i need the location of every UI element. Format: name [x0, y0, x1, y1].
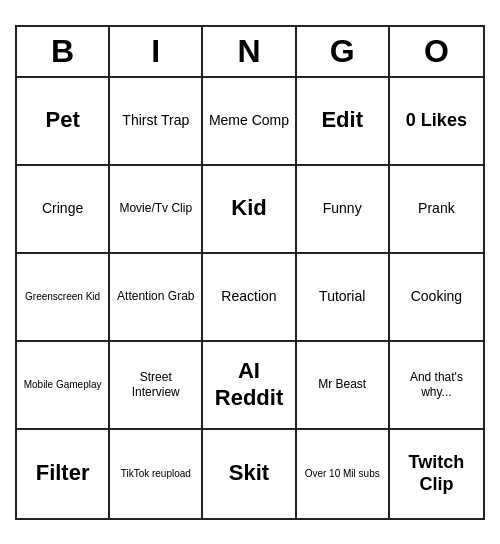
header-letter: G — [297, 27, 390, 76]
cell-text: Funny — [323, 200, 362, 217]
header-letter: O — [390, 27, 483, 76]
bingo-cell: Attention Grab — [110, 254, 203, 342]
bingo-cell: Mr Beast — [297, 342, 390, 430]
bingo-cell: Greenscreen Kid — [17, 254, 110, 342]
bingo-cell: Skit — [203, 430, 296, 518]
bingo-cell: Mobile Gameplay — [17, 342, 110, 430]
cell-text: Greenscreen Kid — [25, 291, 100, 303]
bingo-cell: Twitch Clip — [390, 430, 483, 518]
bingo-cell: Cringe — [17, 166, 110, 254]
bingo-card: BINGO PetThirst TrapMeme CompEdit0 Likes… — [15, 25, 485, 520]
cell-text: Tutorial — [319, 288, 365, 305]
cell-text: Over 10 Mil subs — [305, 468, 380, 480]
cell-text: AI Reddit — [207, 358, 290, 411]
cell-text: Skit — [229, 460, 269, 486]
bingo-header: BINGO — [17, 27, 483, 78]
cell-text: Prank — [418, 200, 455, 217]
header-letter: I — [110, 27, 203, 76]
bingo-grid: PetThirst TrapMeme CompEdit0 LikesCringe… — [17, 78, 483, 518]
bingo-cell: Filter — [17, 430, 110, 518]
cell-text: Reaction — [221, 288, 276, 305]
cell-text: Edit — [321, 107, 363, 133]
bingo-cell: Pet — [17, 78, 110, 166]
cell-text: Cooking — [411, 288, 462, 305]
bingo-cell: Over 10 Mil subs — [297, 430, 390, 518]
cell-text: And that's why... — [394, 370, 479, 399]
cell-text: Pet — [45, 107, 79, 133]
bingo-cell: Funny — [297, 166, 390, 254]
bingo-cell: Reaction — [203, 254, 296, 342]
bingo-cell: 0 Likes — [390, 78, 483, 166]
cell-text: Mobile Gameplay — [24, 379, 102, 391]
cell-text: Thirst Trap — [122, 112, 189, 129]
bingo-cell: Movie/Tv Clip — [110, 166, 203, 254]
bingo-cell: Meme Comp — [203, 78, 296, 166]
header-letter: B — [17, 27, 110, 76]
cell-text: Filter — [36, 460, 90, 486]
bingo-cell: Edit — [297, 78, 390, 166]
cell-text: Street Interview — [114, 370, 197, 399]
bingo-cell: Cooking — [390, 254, 483, 342]
bingo-cell: Tutorial — [297, 254, 390, 342]
cell-text: Movie/Tv Clip — [119, 201, 192, 215]
cell-text: Cringe — [42, 200, 83, 217]
cell-text: Twitch Clip — [394, 452, 479, 495]
bingo-cell: Prank — [390, 166, 483, 254]
cell-text: Attention Grab — [117, 289, 194, 303]
cell-text: TikTok reupload — [121, 468, 191, 480]
cell-text: Mr Beast — [318, 377, 366, 391]
bingo-cell: Street Interview — [110, 342, 203, 430]
bingo-cell: AI Reddit — [203, 342, 296, 430]
bingo-cell: Thirst Trap — [110, 78, 203, 166]
cell-text: 0 Likes — [406, 110, 467, 132]
cell-text: Kid — [231, 195, 266, 221]
cell-text: Meme Comp — [209, 112, 289, 129]
header-letter: N — [203, 27, 296, 76]
bingo-cell: TikTok reupload — [110, 430, 203, 518]
bingo-cell: And that's why... — [390, 342, 483, 430]
bingo-cell: Kid — [203, 166, 296, 254]
